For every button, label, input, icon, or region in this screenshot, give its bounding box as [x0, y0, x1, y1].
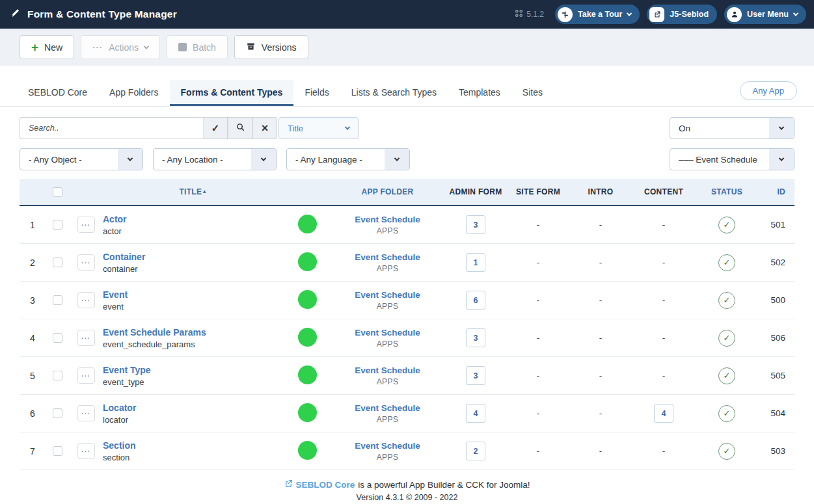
- app-folder-group: APPS: [331, 264, 444, 273]
- select-all-checkbox[interactable]: [53, 187, 62, 197]
- app-folder-link[interactable]: Event Schedule: [355, 215, 420, 224]
- site-form-cell: -: [507, 446, 569, 456]
- row-actions-button[interactable]: ···: [77, 292, 95, 308]
- row-checkbox[interactable]: [53, 333, 62, 343]
- published-status-icon[interactable]: ✓: [718, 443, 735, 460]
- form-count-badge[interactable]: 1: [466, 253, 485, 272]
- form-count-badge[interactable]: 3: [466, 328, 485, 347]
- external-link-icon: [284, 479, 293, 490]
- pencil-icon: [10, 8, 21, 21]
- joomla-version: 5.1.2: [515, 9, 544, 20]
- published-status-icon[interactable]: ✓: [718, 254, 735, 271]
- column-header-intro: INTRO: [569, 187, 632, 196]
- object-filter-select[interactable]: - Any Object -: [20, 148, 143, 170]
- row-id: 502: [758, 258, 794, 267]
- table-row: 7 ··· Section section Event Schedule APP…: [20, 432, 794, 470]
- row-id: 501: [758, 220, 794, 230]
- row-actions-button[interactable]: ···: [77, 217, 95, 233]
- published-status-icon[interactable]: ✓: [718, 330, 735, 347]
- content-type-title-link[interactable]: Event: [103, 289, 128, 300]
- chevron-down-icon: [144, 44, 149, 49]
- content-type-title-link[interactable]: Container: [103, 252, 145, 262]
- app-folder-link[interactable]: Event Schedule: [355, 365, 420, 375]
- content-type-alias: section: [103, 453, 284, 462]
- row-checkbox[interactable]: [53, 220, 62, 230]
- published-status-icon[interactable]: ✓: [718, 367, 735, 384]
- user-menu-button[interactable]: User Menu: [724, 5, 806, 24]
- chevron-down-icon: [345, 124, 350, 129]
- app-folder-link[interactable]: Event Schedule: [355, 441, 420, 451]
- published-status-icon[interactable]: ✓: [718, 292, 735, 309]
- row-actions-button[interactable]: ···: [77, 443, 95, 459]
- column-header-app-folder[interactable]: APP FOLDER: [331, 187, 444, 196]
- row-actions-button[interactable]: ···: [77, 254, 95, 271]
- published-status-icon[interactable]: ✓: [718, 217, 735, 233]
- published-status-icon[interactable]: ✓: [718, 405, 735, 422]
- table-row: 1 ··· Actor actor Event Schedule APPS 3 …: [20, 206, 794, 244]
- content-type-alias: locator: [103, 415, 284, 425]
- search-by-select[interactable]: Title: [278, 117, 359, 139]
- tab-fields[interactable]: Fields: [293, 80, 340, 106]
- row-checkbox[interactable]: [53, 446, 62, 456]
- row-actions-button[interactable]: ···: [77, 405, 95, 421]
- seblod-core-link[interactable]: SEBLOD Core: [296, 480, 355, 490]
- row-number: 6: [20, 408, 46, 419]
- j5-seblod-link-button[interactable]: J5-Seblod: [647, 5, 717, 24]
- app-folder-link[interactable]: Event Schedule: [355, 328, 420, 338]
- content-type-title-link[interactable]: Event Type: [103, 365, 151, 375]
- status-filter-select[interactable]: On: [670, 117, 794, 139]
- row-checkbox[interactable]: [53, 371, 62, 380]
- intro-cell: -: [569, 408, 632, 418]
- tab-app-folders[interactable]: App Folders: [98, 80, 169, 106]
- versions-button[interactable]: Versions: [234, 35, 308, 59]
- content-type-title-link[interactable]: Actor: [103, 214, 127, 224]
- content-type-title-link[interactable]: Event Schedule Params: [103, 327, 206, 338]
- content-type-title-link[interactable]: Section: [103, 440, 136, 451]
- close-icon: ×: [262, 122, 269, 135]
- form-count-badge[interactable]: 4: [466, 404, 485, 423]
- take-a-tour-button[interactable]: Take a Tour: [555, 5, 640, 24]
- column-header-title[interactable]: TITLE▲: [103, 187, 284, 196]
- row-checkbox[interactable]: [53, 408, 62, 418]
- footer-tagline: is a powerful App Builder & CCK for Joom…: [358, 480, 530, 490]
- app-filter-select[interactable]: ––– Event Schedule: [670, 148, 794, 170]
- row-checkbox[interactable]: [53, 295, 62, 305]
- content-type-alias: event: [103, 302, 284, 312]
- column-header-status[interactable]: STATUS: [696, 187, 758, 196]
- content-type-title-link[interactable]: Locator: [103, 403, 136, 413]
- form-count-badge[interactable]: 3: [466, 215, 485, 234]
- app-folder-link[interactable]: Event Schedule: [355, 252, 420, 262]
- search-confirm-button[interactable]: ✓: [203, 117, 228, 139]
- location-filter-select[interactable]: - Any Location -: [153, 148, 277, 170]
- app-folder-group: APPS: [331, 453, 444, 462]
- search-input[interactable]: [20, 117, 203, 139]
- tab-forms-content-types[interactable]: Forms & Content Types: [170, 80, 294, 106]
- row-id: 505: [758, 371, 794, 380]
- column-header-id[interactable]: ID: [758, 187, 794, 196]
- form-count-badge[interactable]: 2: [466, 442, 485, 460]
- row-checkbox[interactable]: [53, 258, 62, 267]
- app-folder-link[interactable]: Event Schedule: [355, 290, 420, 300]
- form-count-badge[interactable]: 6: [466, 291, 485, 310]
- tab-seblod-core[interactable]: SEBLOD Core: [17, 80, 98, 106]
- row-number: 5: [20, 371, 46, 381]
- language-filter-select[interactable]: - Any Language -: [286, 148, 410, 170]
- tab-sites[interactable]: Sites: [511, 80, 554, 106]
- actions-button[interactable]: ··· Actions: [81, 35, 160, 59]
- app-folder-link[interactable]: Event Schedule: [355, 403, 420, 413]
- form-count-badge[interactable]: 4: [654, 404, 673, 423]
- chevron-down-icon: [769, 118, 794, 139]
- row-actions-button[interactable]: ···: [77, 367, 95, 384]
- new-button[interactable]: + New: [20, 35, 74, 59]
- content-cell: -: [632, 371, 696, 380]
- row-actions-button[interactable]: ···: [77, 330, 95, 346]
- archive-box-icon: [246, 42, 256, 53]
- batch-button[interactable]: Batch: [167, 35, 228, 59]
- batch-square-icon: [178, 43, 187, 51]
- tab-lists-search-types[interactable]: Lists & Search Types: [340, 80, 448, 106]
- search-submit-button[interactable]: [228, 117, 252, 139]
- any-app-button[interactable]: Any App: [740, 81, 797, 100]
- form-count-badge[interactable]: 3: [466, 366, 485, 385]
- search-clear-button[interactable]: ×: [252, 117, 277, 139]
- tab-templates[interactable]: Templates: [448, 80, 511, 106]
